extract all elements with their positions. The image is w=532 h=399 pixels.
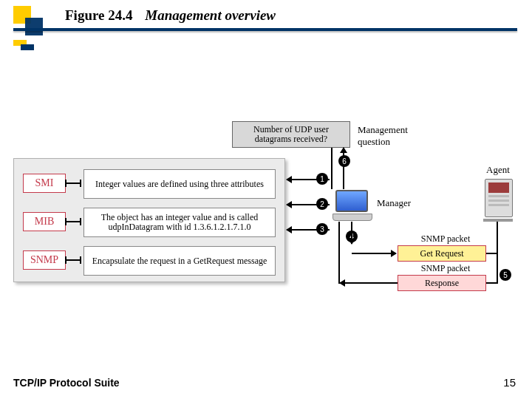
- line: [338, 222, 340, 284]
- management-question-label: Management question: [358, 124, 424, 148]
- manager-icon: [332, 190, 371, 219]
- get-packet-label: SNMP packet: [412, 233, 479, 245]
- step-1: 1: [316, 173, 328, 185]
- step-2: 2: [316, 198, 328, 210]
- agent-icon: [485, 179, 511, 222]
- agent-label: Agent: [486, 164, 510, 176]
- connector-icon: [66, 183, 81, 184]
- desc-snmp: Encapsulate the request in a GetRequest …: [83, 246, 276, 276]
- get-request-box: Get Request: [398, 245, 486, 262]
- tag-snmp: SNMP: [23, 250, 66, 270]
- desc-smi: Integer values are defined using three a…: [83, 169, 276, 199]
- connector-icon: [66, 221, 81, 222]
- management-question-box: Number of UDP user datagrams received?: [232, 121, 350, 148]
- step-5: 5: [499, 269, 511, 281]
- connector-icon: [66, 259, 81, 261]
- arrow-down: [351, 222, 352, 244]
- line: [497, 222, 498, 254]
- page-number: 15: [503, 376, 516, 389]
- arrow-left: [340, 282, 398, 284]
- resp-packet-label: SNMP packet: [412, 263, 479, 274]
- step-6: 6: [338, 155, 350, 167]
- row-smi: SMI Integer values are defined using thr…: [23, 166, 277, 202]
- step-3: 3: [316, 223, 328, 235]
- arrow-up: [343, 148, 344, 189]
- line: [497, 253, 498, 282]
- protocol-steps-panel: SMI Integer values are defined using thr…: [13, 158, 285, 282]
- figure-caption: Management overview: [145, 7, 276, 23]
- line: [331, 148, 332, 189]
- row-mib: MIB The object has an integer value and …: [23, 205, 277, 240]
- figure-number: Figure 24.4: [65, 7, 132, 23]
- line: [486, 282, 498, 284]
- manager-label: Manager: [377, 197, 411, 209]
- diagram: Number of UDP user datagrams received? M…: [13, 118, 519, 340]
- desc-mib: The object has an integer value and is c…: [83, 208, 276, 237]
- title-ornament: [13, 6, 41, 28]
- arrow-right: [352, 253, 396, 254]
- slide: Figure 24.4 Management overview Number o…: [0, 0, 532, 399]
- line: [486, 253, 497, 254]
- tag-smi: SMI: [23, 174, 66, 193]
- title-underline: [13, 28, 517, 31]
- row-snmp: SNMP Encapsulate the request in a GetReq…: [23, 243, 277, 279]
- footer-title: TCP/IP Protocol Suite: [13, 377, 120, 389]
- tag-mib: MIB: [23, 212, 66, 231]
- slide-title: Figure 24.4 Management overview: [65, 7, 276, 24]
- response-box: Response: [398, 275, 486, 291]
